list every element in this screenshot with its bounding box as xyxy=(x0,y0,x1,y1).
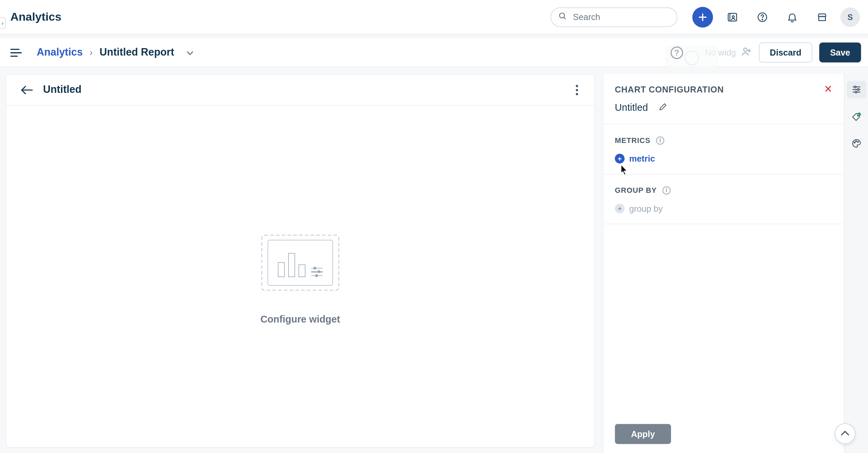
metrics-label: METRICS xyxy=(615,136,650,144)
group-by-section: GROUP BY i + group by xyxy=(603,174,844,224)
report-dropdown-caret[interactable] xyxy=(187,47,194,58)
menu-toggle[interactable] xyxy=(10,46,24,60)
close-panel-icon[interactable]: ✕ xyxy=(824,83,832,95)
global-header: Analytics S xyxy=(0,0,868,34)
canvas-more-menu[interactable] xyxy=(570,83,584,97)
svg-point-23 xyxy=(857,141,858,142)
svg-point-0 xyxy=(559,13,565,18)
add-group-by-label: group by xyxy=(629,204,663,213)
svg-point-21 xyxy=(854,142,855,143)
group-by-info-icon[interactable]: i xyxy=(663,186,671,194)
edit-title-icon[interactable] xyxy=(658,102,667,113)
svg-point-14 xyxy=(854,86,856,88)
widget-canvas: Untitled C xyxy=(6,74,595,447)
chart-title-text: Untitled xyxy=(615,102,648,114)
expand-sidebar-tab[interactable]: › xyxy=(0,17,6,29)
rail-tag-icon[interactable] xyxy=(849,109,864,124)
rail-theme-icon[interactable] xyxy=(849,136,864,151)
notifications-icon[interactable] xyxy=(782,6,803,27)
apply-button[interactable]: Apply xyxy=(615,424,671,444)
plus-icon: + xyxy=(615,154,625,164)
empty-widget-illustration xyxy=(261,234,339,291)
config-panel-title: CHART CONFIGURATION xyxy=(615,84,724,94)
svg-point-16 xyxy=(857,89,859,90)
svg-point-9 xyxy=(744,48,747,51)
ghost-popup xyxy=(666,46,717,70)
breadcrumb-current: Untitled Report xyxy=(100,46,174,59)
add-metric-button[interactable]: + metric xyxy=(615,154,832,164)
svg-line-1 xyxy=(564,17,566,19)
back-arrow-icon[interactable] xyxy=(19,82,35,98)
svg-point-22 xyxy=(855,141,856,142)
metrics-section: METRICS i + metric xyxy=(603,124,844,174)
svg-rect-5 xyxy=(730,13,737,21)
app-title: Analytics xyxy=(10,10,61,23)
report-toolbar: Analytics › Untitled Report ? No widg Di… xyxy=(0,38,868,67)
share-user-icon[interactable] xyxy=(741,46,752,60)
create-button[interactable] xyxy=(692,6,713,27)
canvas-title: Untitled xyxy=(43,84,81,96)
right-rail xyxy=(844,74,868,453)
svg-point-18 xyxy=(855,91,856,93)
search-input[interactable] xyxy=(573,12,682,22)
contacts-icon[interactable] xyxy=(722,6,743,27)
add-group-by-button[interactable]: + group by xyxy=(615,204,832,213)
metrics-info-icon[interactable]: i xyxy=(656,136,664,144)
chart-config-panel: CHART CONFIGURATION ✕ Untitled METRICS i… xyxy=(603,74,844,453)
svg-point-8 xyxy=(762,19,763,20)
help-icon[interactable] xyxy=(752,6,773,27)
global-search[interactable] xyxy=(551,7,677,27)
add-metric-label: metric xyxy=(629,154,655,164)
discard-button[interactable]: Discard xyxy=(759,42,812,62)
marketplace-icon[interactable] xyxy=(812,6,832,27)
scroll-to-top-button[interactable] xyxy=(835,424,855,444)
save-button[interactable]: Save xyxy=(819,42,861,62)
empty-state-text: Configure widget xyxy=(260,314,340,325)
search-icon xyxy=(558,11,573,23)
group-by-label: GROUP BY xyxy=(615,186,657,194)
user-avatar[interactable]: S xyxy=(841,7,860,27)
rail-filters-icon[interactable] xyxy=(847,81,866,98)
breadcrumb-separator-icon: › xyxy=(90,47,93,58)
breadcrumb-root[interactable]: Analytics xyxy=(37,46,83,59)
plus-icon: + xyxy=(615,204,625,213)
